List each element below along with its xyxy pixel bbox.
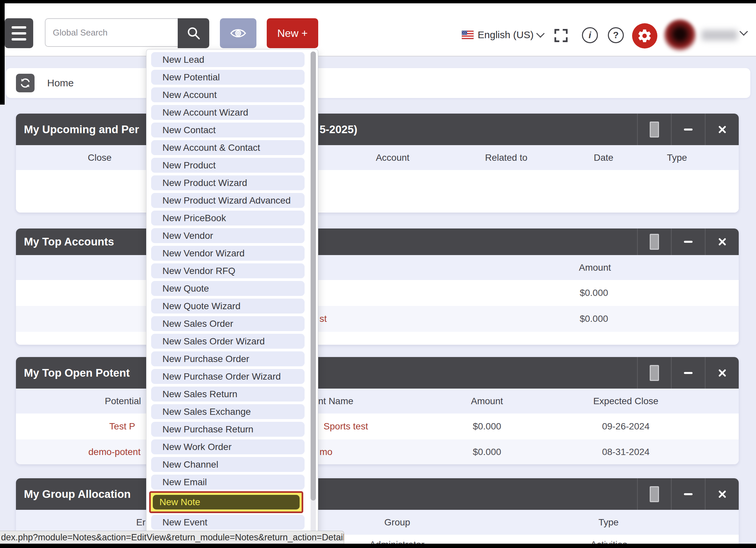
widget-drag-handle[interactable]	[638, 114, 671, 145]
menu-item-new-sales-order[interactable]: New Sales Order	[151, 316, 305, 331]
menu-item-new-quote[interactable]: New Quote	[151, 281, 305, 296]
hamburger-menu-button[interactable]	[5, 18, 33, 48]
menu-item-label: New Purchase Return	[151, 422, 305, 437]
menu-item-new-product-wizard-advanced[interactable]: New Product Wizard Advanced	[151, 193, 305, 208]
global-search	[45, 18, 209, 48]
column-amount: Amount	[579, 262, 611, 273]
menu-item-new-product[interactable]: New Product	[151, 158, 305, 173]
widget-drag-handle[interactable]	[638, 478, 671, 510]
cell-amount: $0.000	[580, 314, 608, 324]
user-menu-chevron-icon[interactable]	[739, 27, 748, 36]
username-redacted	[702, 30, 737, 41]
menu-item-new-pricebook[interactable]: New PriceBook	[151, 211, 305, 226]
menu-item-new-account-wizard[interactable]: New Account Wizard	[151, 105, 305, 120]
user-avatar[interactable]	[664, 19, 696, 52]
menu-item-new-event[interactable]: New Event	[151, 515, 305, 530]
menu-item-label: New Sales Return	[151, 387, 305, 402]
info-button[interactable]: i	[582, 27, 598, 43]
drag-icon	[650, 234, 659, 250]
widget-close-button[interactable]	[706, 478, 739, 510]
menu-item-new-purchase-order[interactable]: New Purchase Order	[151, 351, 305, 366]
table-row: Test P Sports test $0.000 09-26-2024	[16, 413, 739, 439]
top-bar: New + English	[0, 3, 756, 56]
widget-header: My Upcoming and Per 5-2025)	[16, 114, 739, 145]
widget-close-button[interactable]	[706, 228, 739, 255]
menu-item-new-quote-wizard[interactable]: New Quote Wizard	[151, 299, 305, 314]
menu-item-label: New Vendor Wizard	[151, 246, 305, 261]
menu-item-label: New Sales Exchange	[151, 404, 305, 419]
breadcrumb-bar: Home	[6, 68, 750, 98]
column-potential: Potential	[105, 396, 141, 407]
widget-close-button[interactable]	[706, 114, 739, 145]
menu-item-label: New Work Order	[151, 439, 305, 454]
window-edge-top	[0, 0, 756, 3]
widget-title-fragment: 5-2025)	[320, 114, 357, 145]
column-date: Date	[594, 152, 613, 163]
chevron-down-icon	[536, 29, 545, 38]
menu-item-label: New Vendor	[151, 228, 305, 243]
menu-item-new-account-contact[interactable]: New Account & Contact	[151, 140, 305, 155]
menu-item-label: New Potential	[151, 70, 305, 85]
menu-item-new-work-order[interactable]: New Work Order	[151, 439, 305, 454]
help-button[interactable]: ?	[608, 27, 624, 43]
menu-item-new-product-wizard[interactable]: New Product Wizard	[151, 175, 305, 190]
new-record-button[interactable]: New +	[267, 18, 318, 48]
search-button[interactable]	[178, 18, 209, 48]
menu-item-new-contact[interactable]: New Contact	[151, 123, 305, 137]
menu-item-new-potential[interactable]: New Potential	[151, 70, 305, 85]
help-icon: ?	[613, 30, 618, 41]
menu-item-label: New PriceBook	[151, 211, 305, 226]
widget-drag-handle[interactable]	[638, 357, 671, 389]
minimize-icon	[684, 493, 693, 495]
widget-drag-handle[interactable]	[638, 228, 671, 255]
menu-item-new-sales-exchange[interactable]: New Sales Exchange	[151, 404, 305, 419]
menu-item-new-email[interactable]: New Email	[151, 475, 305, 490]
potential-link[interactable]: Test P	[109, 421, 135, 432]
language-selector[interactable]: English (US)	[462, 27, 543, 43]
gear-icon	[637, 28, 652, 44]
menu-item-new-sales-order-wizard[interactable]: New Sales Order Wizard	[151, 334, 305, 349]
table-row: $0.000	[16, 280, 739, 306]
menu-item-new-vendor-wizard[interactable]: New Vendor Wizard	[151, 246, 305, 261]
us-flag-icon	[462, 31, 474, 39]
potential-link[interactable]: demo-potent	[88, 447, 141, 457]
widget-title: My Group Allocation	[24, 478, 131, 510]
account-link[interactable]: st	[320, 314, 327, 324]
preview-eye-button[interactable]	[220, 18, 256, 48]
menu-item-label: New Lead	[151, 52, 305, 67]
widget-column-headers: Close Account Related to Date Type	[16, 145, 739, 170]
menu-item-new-sales-return[interactable]: New Sales Return	[151, 387, 305, 402]
menu-item-new-vendor[interactable]: New Vendor	[151, 228, 305, 243]
widget-minimize-button[interactable]	[672, 478, 705, 510]
settings-button[interactable]	[632, 23, 657, 48]
search-input[interactable]	[45, 18, 178, 47]
menu-item-new-purchase-return[interactable]: New Purchase Return	[151, 422, 305, 437]
widget-minimize-button[interactable]	[672, 114, 705, 145]
widget-close-button[interactable]	[706, 357, 739, 389]
menu-item-label: New Account & Contact	[151, 140, 305, 155]
menu-item-new-account[interactable]: New Account	[151, 87, 305, 102]
widget-title: My Top Open Potent	[24, 357, 130, 389]
menu-item-label: New Sales Order Wizard	[151, 334, 305, 349]
menu-item-label: New Product Wizard	[151, 175, 305, 190]
minimize-icon	[684, 129, 693, 131]
widget-controls	[637, 478, 739, 510]
menu-item-new-channel[interactable]: New Channel	[151, 457, 305, 472]
refresh-button[interactable]	[16, 74, 35, 92]
account-link[interactable]: mo	[320, 447, 332, 457]
table-row: demo-potent mo $0.000 08-31-2024	[16, 439, 739, 464]
menu-item-new-purchase-order-wizard[interactable]: New Purchase Order Wizard	[151, 369, 305, 384]
info-icon: i	[589, 30, 591, 41]
fullscreen-button[interactable]	[553, 28, 569, 43]
widget-minimize-button[interactable]	[672, 357, 705, 389]
menu-item-label: New Product Wizard Advanced	[151, 193, 305, 208]
menu-item-label: New Channel	[151, 457, 305, 472]
cell-amount: $0.000	[580, 288, 608, 298]
menu-item-new-vendor-rfq[interactable]: New Vendor RFQ	[151, 263, 305, 278]
menu-item-label: New Product	[151, 158, 305, 173]
widget-minimize-button[interactable]	[672, 228, 705, 255]
menu-item-new-lead[interactable]: New Lead	[151, 52, 305, 67]
menu-item-new-note[interactable]: New Note	[149, 491, 303, 513]
account-link[interactable]: Sports test	[324, 421, 368, 432]
dropdown-scrollbar-thumb[interactable]	[311, 51, 316, 501]
